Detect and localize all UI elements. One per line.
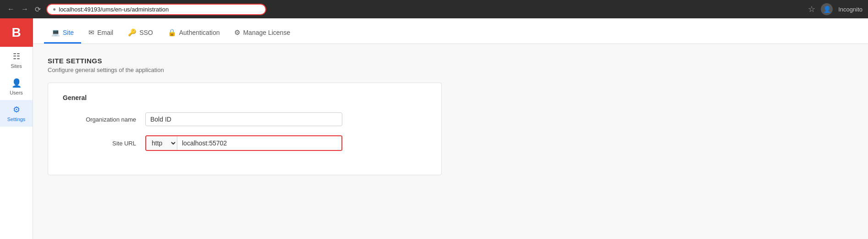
tab-manage-license-label: Manage License xyxy=(243,29,290,36)
site-url-row: Site URL http https xyxy=(63,135,427,151)
sidebar-settings-label: Settings xyxy=(7,117,26,122)
tab-sso[interactable]: 🔑 SSO xyxy=(121,28,160,44)
tabs-bar: 💻 Site ✉ Email 🔑 SSO 🔒 Authentication ⚙ … xyxy=(33,18,868,44)
url-protocol-select[interactable]: http https xyxy=(146,136,177,150)
url-text: localhost:49193/ums/en-us/administration xyxy=(59,6,169,13)
back-button[interactable]: ← xyxy=(5,4,16,14)
tab-site[interactable]: 💻 Site xyxy=(44,28,81,44)
site-tab-icon: 💻 xyxy=(51,28,60,37)
tab-manage-license[interactable]: ⚙ Manage License xyxy=(227,28,297,44)
tab-authentication-label: Authentication xyxy=(179,29,220,36)
org-name-label: Organization name xyxy=(63,116,145,123)
sidebar-sites-label: Sites xyxy=(11,63,22,69)
browser-chrome: ← → ⟳ ● localhost:49193/ums/en-us/admini… xyxy=(0,0,868,18)
users-icon: 👤 xyxy=(11,78,22,88)
browser-right: ☆ 👤 Incognito xyxy=(808,3,863,15)
sidebar-users-label: Users xyxy=(10,90,23,95)
site-url-input[interactable] xyxy=(177,136,341,150)
main-content: 💻 Site ✉ Email 🔑 SSO 🔒 Authentication ⚙ … xyxy=(33,18,868,239)
org-name-row: Organization name xyxy=(63,112,427,126)
tab-sso-label: SSO xyxy=(139,29,153,36)
sites-icon: ☷ xyxy=(13,51,20,61)
sso-tab-icon: 🔑 xyxy=(128,28,137,37)
star-icon[interactable]: ☆ xyxy=(808,4,815,14)
page-content: SITE SETTINGS Configure general settings… xyxy=(33,44,868,239)
settings-icon: ⚙ xyxy=(13,105,20,115)
card-section-title: General xyxy=(63,94,427,101)
lock-icon: ● xyxy=(53,6,56,12)
tab-email-label: Email xyxy=(97,29,113,36)
incognito-label: Incognito xyxy=(838,6,863,13)
section-subtitle: Configure general settings of the applic… xyxy=(48,67,853,73)
tab-authentication[interactable]: 🔒 Authentication xyxy=(160,28,227,44)
avatar[interactable]: 👤 xyxy=(821,3,833,15)
address-bar[interactable]: ● localhost:49193/ums/en-us/administrati… xyxy=(46,4,266,15)
email-tab-icon: ✉ xyxy=(88,28,94,37)
sidebar-item-sites[interactable]: ☷ Sites xyxy=(0,47,33,73)
nav-buttons: ← → ⟳ xyxy=(5,4,43,15)
refresh-button[interactable]: ⟳ xyxy=(33,4,43,15)
section-title: SITE SETTINGS xyxy=(48,57,853,65)
org-name-input[interactable] xyxy=(145,112,342,126)
license-tab-icon: ⚙ xyxy=(234,28,240,37)
logo-letter: B xyxy=(11,25,21,40)
site-url-label: Site URL xyxy=(63,140,145,147)
sidebar-item-settings[interactable]: ⚙ Settings xyxy=(0,100,33,127)
tab-site-label: Site xyxy=(63,29,74,36)
sidebar-logo[interactable]: B xyxy=(0,18,33,47)
app-container: B ☷ Sites 👤 Users ⚙ Settings 💻 Site ✉ Em… xyxy=(0,18,868,239)
site-url-wrapper: http https xyxy=(145,135,342,151)
settings-card: General Organization name Site URL http … xyxy=(48,83,442,175)
tab-email[interactable]: ✉ Email xyxy=(81,28,121,44)
sidebar: B ☷ Sites 👤 Users ⚙ Settings xyxy=(0,18,33,239)
auth-tab-icon: 🔒 xyxy=(168,28,176,37)
forward-button[interactable]: → xyxy=(19,4,30,14)
sidebar-item-users[interactable]: 👤 Users xyxy=(0,73,33,100)
